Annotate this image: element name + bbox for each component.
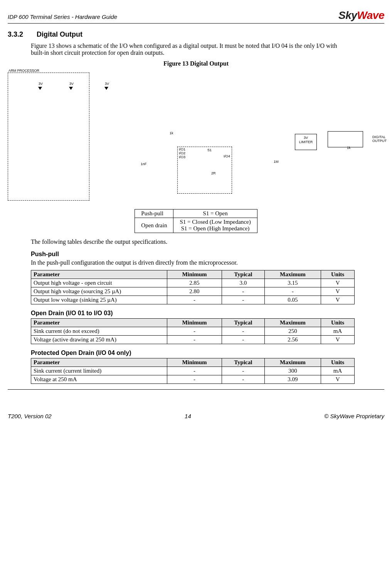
- section-intro: Figure 13 shows a schematic of the I/O w…: [31, 42, 347, 56]
- label-2r: 2R: [211, 171, 216, 175]
- limiter-l1: 3V: [304, 136, 308, 140]
- section-number: 3.3.2: [8, 30, 35, 39]
- limiter-l2: LIMITER: [299, 140, 313, 144]
- label-io1: I/O1: [179, 147, 185, 151]
- col-max: Maximum: [264, 270, 321, 279]
- label-digital-output: DIGITALOUTPUT: [372, 135, 387, 143]
- col-typ: Typical: [222, 270, 264, 279]
- col-parameter: Parameter: [31, 358, 167, 367]
- footer-right: © SkyWave Proprietary: [324, 413, 384, 419]
- triangle-icon: [38, 86, 42, 91]
- label-1nf: 1nF: [141, 162, 147, 166]
- logo: SkyWave: [338, 9, 384, 22]
- page-footer: T200, Version 02 14 © SkyWave Proprietar…: [8, 413, 384, 419]
- arm-processor-box: [8, 73, 89, 201]
- table-row: Output high voltage - open circuit2.853.…: [31, 279, 355, 287]
- switch-box: [177, 147, 232, 194]
- header-rule: [8, 23, 384, 24]
- col-units: Units: [321, 358, 355, 367]
- figure-caption: Figure 13 Digital Output: [8, 60, 384, 67]
- triangle-icon: [104, 86, 108, 91]
- table-row: Voltage (active drawing at 250 mA)--2.56…: [31, 336, 355, 344]
- label-3v-c: 3V: [105, 82, 109, 86]
- footer-left: T200, Version 02: [8, 413, 52, 419]
- footer-page-number: 14: [185, 413, 191, 419]
- pushpull-desc: In the push-pull configuration the outpu…: [31, 259, 347, 266]
- col-max: Maximum: [264, 358, 321, 367]
- arm-processor-label: ARM PROCESSOR: [8, 69, 39, 73]
- col-typ: Typical: [222, 358, 264, 367]
- mode-cell: Open drain: [135, 218, 173, 233]
- col-min: Minimum: [167, 319, 222, 327]
- output-chip: [328, 131, 363, 147]
- col-units: Units: [321, 270, 355, 279]
- opendrain-heading: Open Drain (I/O 01 to I/O 03): [31, 310, 384, 317]
- label-1m: 1M: [274, 160, 279, 164]
- table-row: Sink current (do not exceed)--250mA: [31, 327, 355, 336]
- label-io4: I/O4: [224, 154, 230, 158]
- logo-part1: Sky: [338, 9, 357, 21]
- col-units: Units: [321, 319, 355, 327]
- table-row: Output low voltage (sinking 25 µA)--0.05…: [31, 296, 355, 304]
- mode-cell: Push-pull: [135, 209, 173, 218]
- table-row: Open drain S1 = Closed (Low Impedance) S…: [135, 218, 257, 233]
- pushpull-heading: Push-pull: [31, 251, 384, 258]
- table-row: Sink current (current limited)--300mA: [31, 367, 355, 375]
- state-cell: S1 = Open: [173, 209, 257, 218]
- table-row: Push-pull S1 = Open: [135, 209, 257, 218]
- section-title: Digital Output: [37, 30, 82, 38]
- label-1k-a: 1k: [170, 131, 173, 135]
- table-row: Output high voltage (sourcing 25 µA)2.80…: [31, 287, 355, 296]
- opendrain-table: Parameter Minimum Typical Maximum Units …: [31, 318, 355, 344]
- col-min: Minimum: [167, 358, 222, 367]
- label-io3: I/O3: [179, 155, 185, 159]
- col-parameter: Parameter: [31, 319, 167, 327]
- label-io2: I/O2: [179, 151, 185, 155]
- col-min: Minimum: [167, 270, 222, 279]
- logo-part2: Wave: [357, 9, 384, 21]
- figure-schematic: ARM PROCESSOR 3V 3V 3V 1k 1nF I/O1 I/O2 …: [8, 70, 384, 201]
- table-row: Voltage at 250 mA--3.09V: [31, 375, 355, 384]
- protected-heading: Protected Open Drain (I/O 04 only): [31, 350, 384, 356]
- limiter-box: 3V LIMITER: [295, 134, 317, 150]
- protected-table: Parameter Minimum Typical Maximum Units …: [31, 358, 355, 384]
- footer-rule: [8, 389, 384, 390]
- label-3v-b: 3V: [69, 82, 74, 86]
- col-parameter: Parameter: [31, 270, 167, 279]
- header-doc-title: IDP 600 Terminal Series - Hardware Guide: [8, 14, 117, 20]
- tables-intro: The following tables describe the output…: [31, 238, 347, 245]
- pushpull-table: Parameter Minimum Typical Maximum Units …: [31, 270, 355, 304]
- label-3v-a: 3V: [39, 82, 43, 86]
- mode-table: Push-pull S1 = Open Open drain S1 = Clos…: [135, 209, 257, 233]
- col-max: Maximum: [264, 319, 321, 327]
- triangle-icon: [69, 86, 73, 91]
- state-cell: S1 = Closed (Low Impedance) S1 = Open (H…: [173, 218, 257, 233]
- section-heading: 3.3.2 Digital Output: [8, 30, 384, 39]
- col-typ: Typical: [222, 319, 264, 327]
- label-s1: S1: [207, 148, 212, 152]
